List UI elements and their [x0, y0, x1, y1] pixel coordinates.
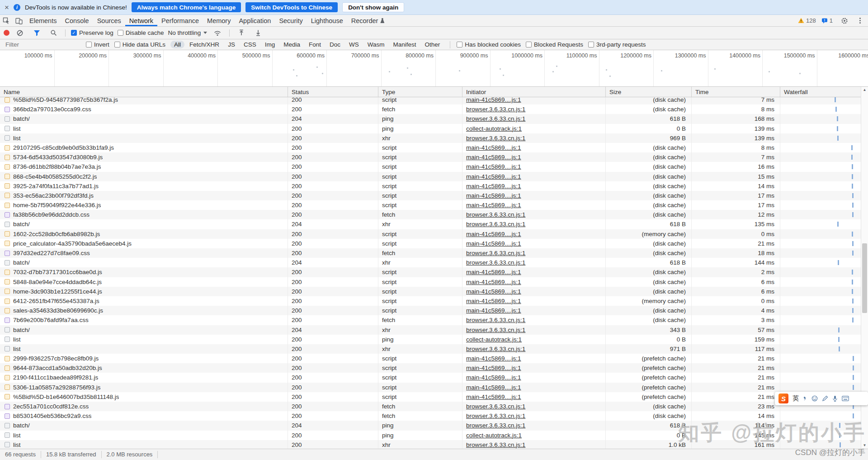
tab-console[interactable]: Console: [61, 15, 93, 26]
scrollbar-thumb[interactable]: [862, 243, 867, 313]
request-initiator-link[interactable]: collect-autotrack.js:1: [462, 124, 606, 133]
table-row[interactable]: %5Bid%5D-b1e646007bd35b811148.js 200 scr…: [0, 392, 868, 402]
ime-language-toggle[interactable]: 英: [793, 394, 799, 403]
table-row[interactable]: 5734-6d5433d503547d3080b9.js 200 script …: [0, 152, 868, 162]
sogou-logo-icon[interactable]: S: [778, 394, 788, 403]
disable-cache-checkbox[interactable]: Disable cache: [118, 29, 164, 36]
dont-show-again-button[interactable]: Don't show again: [342, 2, 404, 12]
request-name-cell[interactable]: 353-ec56ac23b00f792df3fd.js: [0, 191, 288, 200]
table-row[interactable]: 7b69e200b76afd9fa7aa.css 200 fetch brows…: [0, 315, 868, 325]
table-row[interactable]: list 200 xhr browser.3.6.33.cn.js:1 969 …: [0, 133, 868, 143]
request-initiator-link[interactable]: browser.3.6.33.cn.js:1: [462, 421, 606, 430]
table-row[interactable]: 9644-873accd1a50adb32d20b.js 200 script …: [0, 363, 868, 373]
3rd-party-requests-checkbox[interactable]: 3rd-party requests: [588, 41, 646, 48]
more-menu-icon[interactable]: [856, 18, 863, 24]
request-initiator-link[interactable]: main-41c5869....js:1: [462, 383, 606, 392]
request-initiator-link[interactable]: collect-autotrack.js:1: [462, 335, 606, 344]
table-row[interactable]: list 200 ping collect-autotrack.js:1 0 B…: [0, 335, 868, 344]
request-initiator-link[interactable]: main-41c5869....js:1: [462, 392, 606, 402]
column-header-name[interactable]: Name: [0, 87, 288, 97]
request-initiator-link[interactable]: browser.3.6.33.cn.js:1: [462, 258, 606, 267]
request-initiator-link[interactable]: main-41c5869....js:1: [462, 277, 606, 287]
request-name-cell[interactable]: list: [0, 431, 288, 440]
has-blocked-cookies-checkbox[interactable]: Has blocked cookies: [457, 41, 521, 48]
table-row[interactable]: fa38b56cb9e96dd2ddcb.css 200 fetch brows…: [0, 210, 868, 219]
table-row[interactable]: batch/ 204 ping browser.3.6.33.cn.js:1 6…: [0, 114, 868, 123]
clear-icon[interactable]: [14, 29, 26, 37]
request-initiator-link[interactable]: main-41c5869....js:1: [462, 172, 606, 181]
scroll-up-icon[interactable]: ▲: [863, 87, 867, 93]
filter-pill-other[interactable]: Other: [421, 41, 444, 48]
throttling-select[interactable]: No throttling: [168, 29, 208, 36]
request-name-cell[interactable]: sales-a354633d3be80699690c.js: [0, 306, 288, 315]
tab-elements[interactable]: Elements: [25, 15, 61, 26]
table-row[interactable]: %5Bid%5D-94548773987c5b367f2a.js 200 scr…: [0, 97, 868, 104]
request-name-cell[interactable]: 6412-2651fb47f655e453387a.js: [0, 296, 288, 306]
filter-pill-all[interactable]: All: [170, 41, 184, 48]
table-row[interactable]: list 200 xhr browser.3.6.33.cn.js:1 971 …: [0, 344, 868, 354]
tab-network[interactable]: Network: [125, 15, 157, 26]
filter-pill-img[interactable]: Img: [261, 41, 279, 48]
request-name-cell[interactable]: 7032-d7bb73717301cc6bae0d.js: [0, 267, 288, 277]
table-row[interactable]: batch/ 204 xhr browser.3.6.33.cn.js:1 61…: [0, 258, 868, 267]
ime-toolbar[interactable]: S 英: [775, 392, 868, 405]
tab-performance[interactable]: Performance: [157, 15, 203, 26]
request-name-cell[interactable]: batch/: [0, 421, 288, 430]
table-row[interactable]: 2999-f9362257cb798ec8fb09.js 200 script …: [0, 354, 868, 363]
table-row[interactable]: 366bd2a797013e0cca99.css 200 fetch brows…: [0, 104, 868, 114]
request-initiator-link[interactable]: browser.3.6.33.cn.js:1: [462, 325, 606, 335]
column-header-time[interactable]: Time: [692, 87, 780, 97]
request-name-cell[interactable]: 2999-f9362257cb798ec8fb09.js: [0, 354, 288, 363]
request-initiator-link[interactable]: browser.3.6.33.cn.js:1: [462, 344, 606, 354]
request-name-cell[interactable]: 2190-f411cc1baedea89f9281.js: [0, 373, 288, 382]
request-initiator-link[interactable]: main-41c5869....js:1: [462, 191, 606, 200]
scrollbar-track[interactable]: [861, 93, 868, 442]
filter-pill-fetch-xhr[interactable]: Fetch/XHR: [186, 41, 223, 48]
request-name-cell[interactable]: 5306-11a05857a29288756f93.js: [0, 383, 288, 392]
record-button[interactable]: [4, 30, 9, 36]
tab-security[interactable]: Security: [275, 15, 307, 26]
table-row[interactable]: 8736-d61bb2f88b04b7ae7e3a.js 200 script …: [0, 162, 868, 171]
request-name-cell[interactable]: list: [0, 344, 288, 354]
request-initiator-link[interactable]: main-41c5869....js:1: [462, 152, 606, 162]
request-initiator-link[interactable]: collect-autotrack.js:1: [462, 431, 606, 440]
export-har-icon[interactable]: [252, 29, 264, 36]
table-row[interactable]: 1602-2cc528db0cfb6ab8982b.js 200 script …: [0, 229, 868, 239]
request-name-cell[interactable]: batch/: [0, 325, 288, 335]
switch-devtools-chinese-button[interactable]: Switch DevTools to Chinese: [245, 2, 338, 12]
request-initiator-link[interactable]: browser.3.6.33.cn.js:1: [462, 440, 606, 449]
request-name-cell[interactable]: fa38b56cb9e96dd2ddcb.css: [0, 210, 288, 219]
request-initiator-link[interactable]: browser.3.6.33.cn.js:1: [462, 114, 606, 123]
request-name-cell[interactable]: list: [0, 133, 288, 143]
filter-pill-manifest[interactable]: Manifest: [389, 41, 420, 48]
network-conditions-icon[interactable]: [211, 30, 224, 36]
tab-lighthouse[interactable]: Lighthouse: [307, 15, 347, 26]
tab-sources[interactable]: Sources: [93, 15, 125, 26]
ime-punctuation-icon[interactable]: [803, 396, 807, 401]
request-initiator-link[interactable]: main-41c5869....js:1: [462, 363, 606, 373]
table-row[interactable]: 2ec551a701cc0cdf812e.css 200 fetch brows…: [0, 402, 868, 411]
filter-pill-css[interactable]: CSS: [240, 41, 260, 48]
request-name-cell[interactable]: 397d32ed227d7c8fae09.css: [0, 248, 288, 258]
search-icon[interactable]: [47, 29, 60, 36]
request-initiator-link[interactable]: main-41c5869....js:1: [462, 267, 606, 277]
request-initiator-link[interactable]: main-41c5869....js:1: [462, 354, 606, 363]
inspect-element-icon[interactable]: [0, 15, 13, 26]
filter-pill-media[interactable]: Media: [280, 41, 304, 48]
request-name-cell[interactable]: batch/: [0, 258, 288, 267]
tab-recorder[interactable]: Recorder: [347, 15, 389, 26]
request-name-cell[interactable]: 9644-873accd1a50adb32d20b.js: [0, 363, 288, 373]
request-name-cell[interactable]: batch/: [0, 219, 288, 229]
table-row[interactable]: list 200 ping collect-autotrack.js:1 0 B…: [0, 124, 868, 133]
request-initiator-link[interactable]: main-41c5869....js:1: [462, 162, 606, 171]
match-chrome-language-button[interactable]: Always match Chrome's language: [132, 2, 241, 12]
filter-pill-doc[interactable]: Doc: [326, 41, 344, 48]
request-name-cell[interactable]: batch/: [0, 114, 288, 123]
request-name-cell[interactable]: b85301405eb536bc92a9.css: [0, 411, 288, 421]
tab-application[interactable]: Application: [235, 15, 275, 26]
request-initiator-link[interactable]: browser.3.6.33.cn.js:1: [462, 104, 606, 114]
request-name-cell[interactable]: list: [0, 124, 288, 133]
request-initiator-link[interactable]: browser.3.6.33.cn.js:1: [462, 315, 606, 325]
table-row[interactable]: 353-ec56ac23b00f792df3fd.js 200 script m…: [0, 191, 868, 200]
column-header-size[interactable]: Size: [606, 87, 692, 97]
